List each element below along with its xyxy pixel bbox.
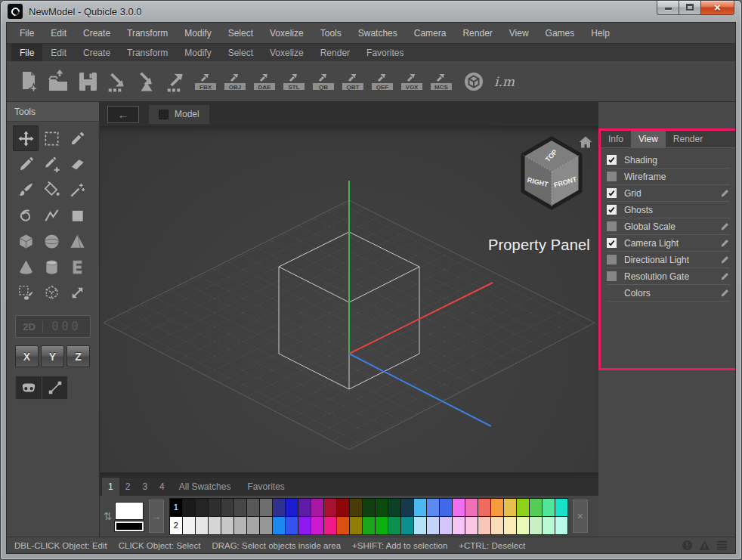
ribbon-tab-file[interactable]: File [11, 44, 42, 61]
tool-pyramid[interactable] [64, 228, 90, 254]
swatch-cell[interactable] [247, 517, 260, 535]
swatch-cell[interactable] [324, 517, 337, 535]
swatch-cell[interactable] [427, 499, 440, 517]
primary-color-well[interactable] [115, 502, 144, 520]
sketchfab-upload-button[interactable] [462, 67, 485, 96]
swatch-cell[interactable] [234, 517, 247, 535]
menu-tools[interactable]: Tools [312, 28, 350, 39]
menu-camera[interactable]: Camera [406, 28, 455, 39]
swatch-cell[interactable] [517, 517, 530, 535]
tool-scale[interactable] [64, 280, 90, 305]
tool-marquee-select[interactable] [39, 125, 64, 151]
import-button[interactable] [105, 67, 128, 96]
swatch-cell[interactable] [478, 499, 491, 517]
swatch-cell[interactable] [504, 517, 517, 535]
tool-move[interactable] [13, 125, 39, 151]
import-mesh-button[interactable] [134, 67, 158, 96]
global-scale-edit-pencil-icon[interactable] [720, 221, 730, 231]
swatch-cell[interactable] [504, 499, 517, 517]
swatch-cell[interactable] [273, 499, 286, 517]
tool-box[interactable] [13, 228, 39, 254]
export-button[interactable] [164, 67, 187, 96]
ghosts-checkbox[interactable] [607, 205, 617, 215]
swatch-tab-4[interactable]: 4 [153, 478, 171, 496]
swatch-cell[interactable] [363, 499, 376, 517]
menu-swatches[interactable]: Swatches [350, 28, 406, 39]
swatch-cell[interactable] [478, 517, 491, 535]
swatch-cell[interactable] [221, 499, 234, 517]
swatch-cell[interactable] [376, 517, 388, 535]
swatch-cell[interactable] [401, 499, 414, 517]
title-bar[interactable]: NewModel - Qubicle 3.0.0 × [1, 1, 741, 22]
swatch-cell[interactable] [286, 499, 298, 517]
resolution-gate-edit-pencil-icon[interactable] [720, 271, 730, 281]
swatch-cell[interactable] [196, 517, 209, 535]
swatch-cell[interactable] [221, 517, 234, 535]
swatch-cell[interactable] [491, 517, 504, 535]
grid-edit-pencil-icon[interactable] [720, 188, 730, 198]
export-qef-button[interactable]: QEF [370, 67, 394, 96]
ribbon-tab-modify[interactable]: Modify [176, 44, 219, 61]
swatch-cell[interactable] [350, 499, 363, 517]
line-mode-button[interactable] [42, 376, 67, 399]
camera-light-edit-pencil-icon[interactable] [720, 238, 730, 248]
nav-cube[interactable]: TOP RIGHT FRONT [517, 134, 586, 212]
colors-edit-pencil-icon[interactable] [720, 288, 730, 298]
tool-cone[interactable] [13, 254, 39, 280]
swatch-cell[interactable] [530, 499, 543, 517]
swatch-cell[interactable] [543, 499, 555, 517]
tab-render[interactable]: Render [666, 131, 710, 147]
swatch-cell[interactable] [555, 517, 568, 535]
menu-modify[interactable]: Modify [176, 28, 219, 39]
menu-edit[interactable]: Edit [42, 28, 75, 39]
swap-colors-icon[interactable]: ⇅ [104, 510, 113, 522]
swatch-cell[interactable] [401, 517, 414, 535]
maximize-button[interactable] [679, 1, 701, 15]
swatch-cell[interactable]: 2 [170, 517, 183, 535]
swatch-cell[interactable] [209, 499, 221, 517]
tool-pencil[interactable] [13, 151, 39, 177]
swatch-cell[interactable] [517, 499, 530, 517]
global-scale-checkbox[interactable] [607, 221, 617, 231]
tool-brush[interactable] [13, 177, 39, 203]
swatch-cell[interactable] [324, 499, 337, 517]
swatch-cell[interactable] [543, 517, 555, 535]
swatch-cell[interactable] [209, 517, 221, 535]
swatch-cell[interactable] [427, 517, 440, 535]
ribbon-tab-select[interactable]: Select [220, 44, 261, 61]
back-button[interactable]: ← [107, 106, 139, 123]
export-mcs-button[interactable]: MCS [429, 67, 453, 96]
ribbon-tab-voxelize[interactable]: Voxelize [261, 44, 312, 61]
swatch-cell[interactable] [530, 517, 543, 535]
export-obj-button[interactable]: OBJ [223, 67, 246, 96]
tool-extrude[interactable] [64, 254, 90, 280]
tool-cylinder[interactable] [39, 254, 64, 280]
swatch-cell[interactable] [298, 499, 311, 517]
ribbon-tab-favorites[interactable]: Favorites [358, 44, 412, 61]
swatch-cell[interactable]: 1 [170, 499, 183, 517]
swatch-cell[interactable] [286, 517, 298, 535]
export-stl-button[interactable]: STL [282, 67, 305, 96]
menu-transform[interactable]: Transform [119, 28, 176, 39]
swatch-cell[interactable] [337, 499, 350, 517]
swatch-cell[interactable] [311, 499, 324, 517]
tool-polyline-select[interactable] [39, 203, 64, 228]
swatch-cell[interactable] [183, 499, 196, 517]
apply-color-button[interactable]: → [149, 500, 164, 533]
swatch-cell[interactable] [311, 517, 324, 535]
swatch-tab-favorites[interactable]: Favorites [239, 478, 292, 496]
swatch-cell[interactable] [440, 517, 453, 535]
export-qbt-button[interactable]: QBT [341, 67, 364, 96]
axis-y-button[interactable]: Y [41, 345, 64, 367]
swatch-cell[interactable] [363, 517, 376, 535]
swatch-tab-all[interactable]: All Swatches [171, 478, 240, 496]
swatch-cell[interactable] [414, 517, 427, 535]
swatch-tab-3[interactable]: 3 [136, 478, 153, 496]
swatch-cell[interactable] [414, 499, 427, 517]
model-tab[interactable]: Model [149, 105, 209, 124]
tool-fill-bucket[interactable] [39, 177, 64, 203]
swatch-cell[interactable] [350, 517, 363, 535]
swatch-cell[interactable] [555, 499, 568, 517]
new-file-button[interactable] [17, 67, 40, 96]
save-button[interactable] [76, 67, 99, 96]
